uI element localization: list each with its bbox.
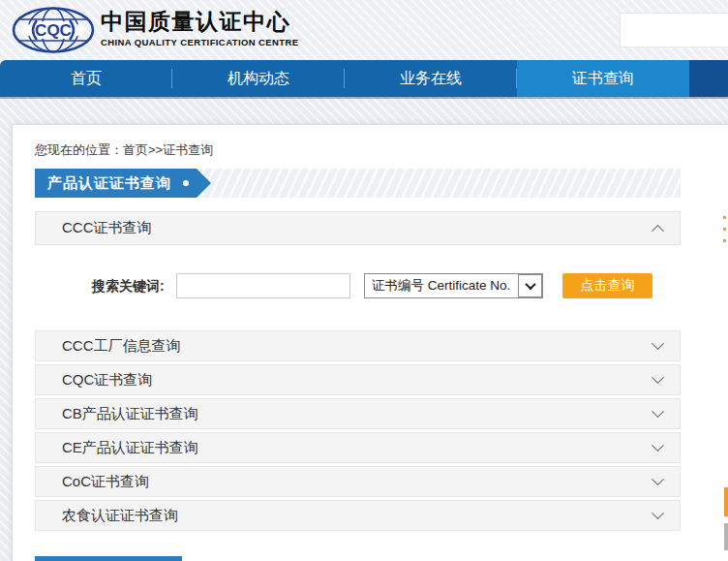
site-title: 中国质量认证中心 [101, 9, 298, 35]
banner-stripes [197, 169, 681, 198]
site-subtitle: CHINA QUALITY CERTIFICATION CENTRE [101, 37, 298, 47]
accordion-item-label: CE产品认证证书查询 [62, 439, 653, 457]
accordion-item-ccc-certificate[interactable]: CCC证书查询 [35, 211, 681, 245]
section-banner: 产品认证证书查询 [35, 169, 681, 198]
nav-tab-label: 业务在线 [400, 69, 462, 89]
next-section-banner-sliver [35, 556, 182, 561]
svg-text:CQC: CQC [35, 21, 72, 40]
search-keyword-label: 搜索关键词: [92, 278, 165, 296]
chevron-down-icon [652, 473, 664, 485]
accordion-item-label: CCC证书查询 [62, 219, 653, 237]
cutoff-orange-bar [724, 487, 728, 516]
search-type-select[interactable]: 证书编号 Certificate No. [364, 273, 543, 298]
search-keyword-input[interactable] [176, 273, 350, 298]
main-nav: 首页 机构动态 业务在线 证书查询 [0, 60, 728, 97]
accordion-item-agrifood-certificate[interactable]: 农食认证证书查询 [35, 500, 681, 531]
chevron-down-icon [652, 405, 664, 418]
accordion-item-label: CB产品认证证书查询 [62, 405, 653, 423]
brand-block: 中国质量认证中心 CHINA QUALITY CERTIFICATION CEN… [101, 9, 298, 47]
breadcrumb: 您现在的位置：首页>>证书查询 [35, 141, 213, 159]
cutoff-gray-bar [724, 523, 728, 550]
chevron-up-icon [652, 225, 664, 237]
nav-tab-label: 机构动态 [228, 69, 289, 89]
dot-icon [183, 180, 189, 186]
nav-filler [689, 60, 728, 97]
accordion-item-label: CCC工厂信息查询 [62, 337, 653, 356]
cutoff-bullet-dots [723, 216, 727, 251]
nav-tab-certificate-query[interactable]: 证书查询 [517, 60, 689, 97]
header-search-box[interactable] [620, 13, 728, 47]
accordion-item-ce-certificate[interactable]: CE产品认证证书查询 [35, 432, 681, 463]
chevron-down-icon [652, 337, 664, 350]
accordion-item-label: CoC证书查询 [62, 473, 653, 491]
accordion-item-cqc-certificate[interactable]: CQC证书查询 [35, 364, 681, 395]
select-value: 证书编号 Certificate No. [365, 277, 518, 295]
chevron-down-icon [652, 439, 664, 452]
page: CQC 中国质量认证中心 CHINA QUALITY CERTIFICATION… [0, 0, 728, 561]
query-button[interactable]: 点击查询 [562, 273, 652, 298]
ccc-query-panel: 搜索关键词: 证书编号 Certificate No. 点击查询 [35, 245, 681, 327]
chevron-down-icon [525, 279, 535, 290]
nav-tab-home[interactable]: 首页 [0, 60, 172, 97]
accordion-item-label: 农食认证证书查询 [62, 507, 653, 525]
accordion-item-label: CQC证书查询 [62, 371, 653, 390]
arrow-right-icon [197, 169, 211, 198]
chevron-down-icon [652, 507, 664, 519]
accordion-item-ccc-factory[interactable]: CCC工厂信息查询 [35, 330, 681, 361]
site-header: CQC 中国质量认证中心 CHINA QUALITY CERTIFICATION… [0, 0, 728, 60]
search-form: 搜索关键词: 证书编号 Certificate No. 点击查询 [35, 273, 681, 298]
page-title: 产品认证证书查询 [47, 174, 171, 193]
cqc-globe-logo-icon[interactable]: CQC [12, 7, 95, 53]
select-dropdown-button[interactable] [518, 274, 542, 297]
nav-tab-label: 首页 [71, 69, 102, 89]
nav-tab-news[interactable]: 机构动态 [172, 60, 345, 97]
accordion-item-cb-certificate[interactable]: CB产品认证证书查询 [35, 398, 681, 429]
nav-tab-business-online[interactable]: 业务在线 [345, 60, 517, 97]
section-title-box: 产品认证证书查询 [35, 169, 197, 198]
nav-tab-label: 证书查询 [572, 69, 634, 89]
accordion-item-coc-certificate[interactable]: CoC证书查询 [35, 466, 681, 497]
query-accordion: CCC证书查询 搜索关键词: 证书编号 Certificate No. 点击查询… [35, 211, 681, 531]
chevron-down-icon [652, 371, 664, 384]
